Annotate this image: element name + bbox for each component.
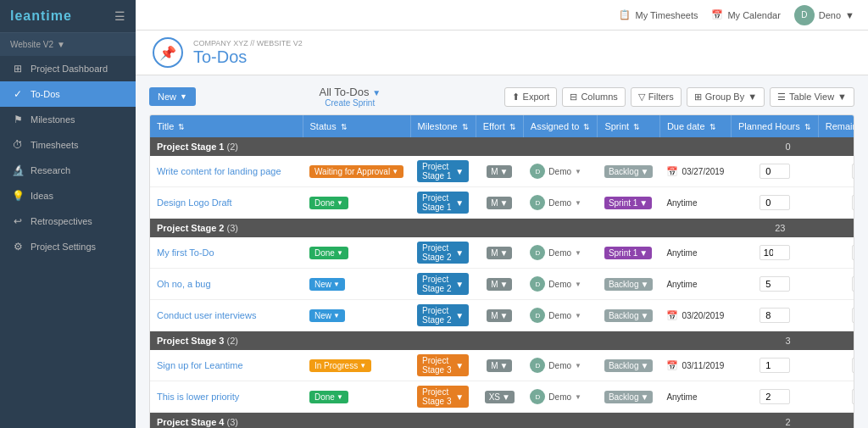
sprint-badge[interactable]: Backlog ▼ [604, 359, 653, 372]
milestone-cell: Project Stage 2 ▼ [410, 269, 476, 300]
filter-icon: ▽ [638, 92, 645, 103]
sidebar-item-milestones[interactable]: ⚑Milestones [0, 107, 136, 132]
remaining-input[interactable] [852, 308, 854, 323]
effort-badge[interactable]: M ▼ [487, 165, 512, 178]
remaining-input[interactable] [852, 164, 854, 179]
sidebar-item-retrospectives[interactable]: ↩Retrospectives [0, 208, 136, 234]
remaining-input[interactable] [852, 358, 854, 373]
milestone-cell: Project Stage 1 ▼ [410, 187, 476, 219]
status-badge[interactable]: In Progress ▼ [309, 359, 371, 372]
milestone-badge[interactable]: Project Stage 1 ▼ [417, 160, 469, 182]
timesheets-icon: 📋 [619, 9, 631, 20]
effort-badge[interactable]: XS ▼ [485, 391, 515, 403]
status-badge[interactable]: New ▼ [309, 278, 345, 291]
col-assigned[interactable]: Assigned to ⇅ [523, 115, 598, 137]
create-sprint-link[interactable]: Create Sprint [319, 98, 381, 108]
user-cell[interactable]: D Demo ▼ [530, 164, 591, 179]
user-menu[interactable]: D Deno ▼ [794, 5, 854, 25]
menu-icon[interactable]: ☰ [114, 9, 125, 23]
user-cell[interactable]: D Demo ▼ [530, 389, 591, 404]
status-badge[interactable]: Waiting for Approval ▼ [309, 165, 403, 178]
col-milestone[interactable]: Milestone ⇅ [410, 115, 476, 137]
task-link[interactable]: My first To-Do [157, 247, 214, 258]
status-badge[interactable]: Done ▼ [309, 197, 348, 209]
task-link[interactable]: Write content for landing page [157, 166, 281, 176]
sprint-badge[interactable]: Backlog ▼ [604, 309, 653, 322]
col-remaining[interactable]: Remaining Hours ⇅ [818, 115, 854, 137]
user-cell[interactable]: D Demo ▼ [530, 276, 591, 292]
planned-input[interactable] [760, 164, 790, 179]
planned-input[interactable] [760, 245, 790, 260]
task-link[interactable]: Oh no, a bug [157, 279, 211, 289]
milestone-badge[interactable]: Project Stage 2 ▼ [417, 242, 469, 264]
planned-input[interactable] [760, 389, 790, 404]
status-badge[interactable]: New ▼ [309, 309, 345, 322]
col-title[interactable]: Title ⇅ [150, 115, 303, 137]
remaining-input[interactable] [852, 276, 854, 292]
effort-badge[interactable]: M ▼ [487, 197, 512, 209]
sprint-badge[interactable]: Backlog ▼ [604, 391, 653, 403]
user-cell[interactable]: D Demo ▼ [530, 358, 591, 373]
task-link[interactable]: Design Logo Draft [157, 197, 232, 208]
col-status[interactable]: Status ⇅ [303, 115, 410, 137]
task-link[interactable]: Conduct user interviews [157, 310, 256, 320]
calendar-link[interactable]: 📅 My Calendar [711, 9, 780, 20]
milestone-badge[interactable]: Project Stage 3 ▼ [417, 386, 469, 408]
columns-button[interactable]: ⊟ Columns [562, 87, 625, 107]
status-caret-icon: ▼ [359, 362, 366, 370]
filters-button[interactable]: ▽ Filters [631, 87, 682, 107]
toolbar-left: New ▼ [149, 87, 196, 106]
planned-input[interactable] [760, 195, 790, 210]
effort-badge[interactable]: M ▼ [487, 359, 512, 372]
status-badge[interactable]: Done ▼ [309, 391, 348, 403]
timesheets-link[interactable]: 📋 My Timesheets [619, 9, 698, 20]
planned-input[interactable] [760, 358, 790, 373]
group-by-button[interactable]: ⊞ Group By ▼ [687, 87, 765, 107]
user-cell[interactable]: D Demo ▼ [530, 245, 591, 260]
status-badge[interactable]: Done ▼ [309, 247, 348, 259]
new-button[interactable]: New ▼ [149, 87, 196, 106]
effort-caret-icon: ▼ [499, 167, 508, 176]
task-link[interactable]: Sign up for Leantime [157, 360, 243, 370]
milestone-badge[interactable]: Project Stage 1 ▼ [417, 192, 469, 214]
col-planned[interactable]: Planned Hours ⇅ [731, 115, 818, 137]
planned-input[interactable] [760, 308, 790, 323]
remaining-input[interactable] [852, 245, 854, 260]
milestone-badge[interactable]: Project Stage 3 ▼ [417, 354, 469, 376]
remaining-input[interactable] [852, 195, 854, 210]
sidebar-item-research[interactable]: 🔬Research [0, 158, 136, 183]
task-link[interactable]: This is lower priority [157, 392, 239, 402]
sprint-badge[interactable]: Backlog ▼ [604, 165, 653, 178]
all-todos-selector[interactable]: All To-Dos ▼ [319, 86, 381, 98]
export-button[interactable]: ⬆ Export [504, 87, 558, 107]
table-body: Project Stage 1 (2) 0 0 10 Write content… [150, 137, 854, 428]
planned-input[interactable] [760, 276, 790, 292]
milestone-badge[interactable]: Project Stage 2 ▼ [417, 273, 469, 295]
sidebar-item-project-settings[interactable]: ⚙Project Settings [0, 234, 136, 259]
sidebar-item-ideas[interactable]: 💡Ideas [0, 183, 136, 208]
col-due[interactable]: Due date ⇅ [659, 115, 731, 137]
user-caret-icon: ▼ [575, 249, 581, 257]
sidebar-item-project-dashboard[interactable]: ⊞Project Dashboard [0, 56, 136, 81]
user-cell[interactable]: D Demo ▼ [530, 195, 591, 210]
task-title-cell: My first To-Do [150, 237, 303, 269]
table-view-button[interactable]: ☰ Table View ▼ [770, 87, 854, 107]
project-selector[interactable]: Website V2 ▼ [0, 33, 136, 56]
sprint-badge[interactable]: Backlog ▼ [604, 278, 653, 291]
user-caret-icon: ▼ [575, 199, 581, 207]
status-cell: Done ▼ [303, 381, 410, 413]
remaining-input[interactable] [852, 389, 854, 404]
milestone-badge[interactable]: Project Stage 2 ▼ [417, 304, 469, 326]
sidebar-item-timesheets[interactable]: ⏱Timesheets [0, 132, 136, 158]
col-sprint[interactable]: Sprint ⇅ [598, 115, 659, 137]
effort-badge[interactable]: M ▼ [487, 309, 512, 322]
effort-badge[interactable]: M ▼ [487, 247, 512, 259]
effort-badge[interactable]: M ▼ [487, 278, 512, 291]
sidebar-item-to-dos[interactable]: ✓To-Dos [0, 81, 136, 107]
sprint-caret-icon: ▼ [639, 198, 648, 208]
sprint-badge[interactable]: Sprint 1 ▼ [604, 197, 652, 209]
table-row: Write content for landing page Waiting f… [150, 156, 854, 187]
sprint-badge[interactable]: Sprint 1 ▼ [604, 247, 652, 259]
col-effort[interactable]: Effort ⇅ [476, 115, 523, 137]
user-cell[interactable]: D Demo ▼ [530, 308, 591, 323]
